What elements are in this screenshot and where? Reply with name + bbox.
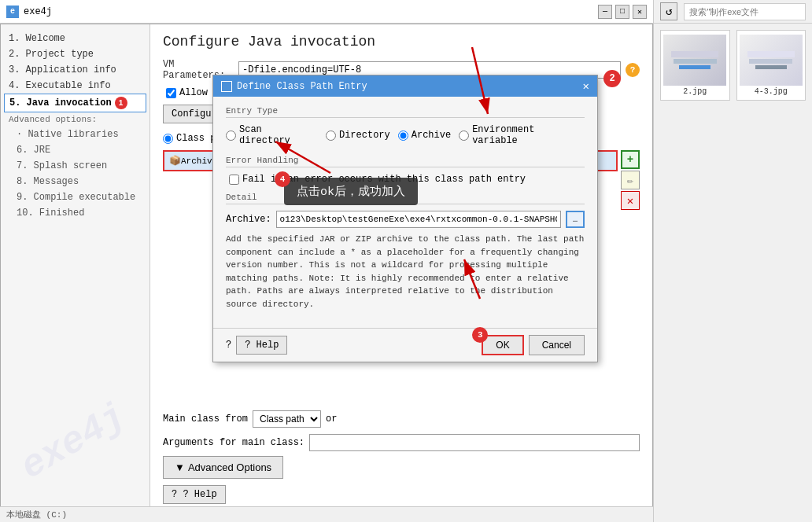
main-class-label: Main class from (163, 414, 248, 425)
refresh-btn[interactable]: ↺ (660, 2, 677, 20)
arguments-input[interactable] (309, 434, 640, 451)
remove-classpath-btn[interactable]: ✕ (621, 191, 640, 210)
window-controls[interactable]: — □ ✕ (598, 5, 647, 19)
minimize-btn[interactable]: — (598, 5, 612, 19)
error-checkbox[interactable] (229, 175, 239, 185)
classpath-actions: + ✏ ✕ (621, 150, 640, 210)
help-btn[interactable]: ? ? Help (163, 485, 226, 504)
maximize-btn[interactable]: □ (615, 5, 629, 19)
browse-btn[interactable]: … (566, 211, 585, 228)
directory-radio[interactable] (326, 130, 336, 141)
dialog-title-icon (221, 81, 232, 92)
detail-section: Detail Archive: … Add the specified JAR … (226, 193, 585, 311)
archive-field-label: Archive: (226, 214, 271, 225)
directory-option[interactable]: Directory (326, 130, 390, 141)
sidebar: 1. Welcome 2. Project type 3. Applicatio… (1, 24, 150, 510)
entry-type-radios: Scan directory Directory Archive Environ… (226, 124, 585, 146)
scan-directory-radio[interactable] (226, 130, 236, 141)
sidebar-item-splash-screen[interactable]: 7. Splash screen (4, 158, 146, 174)
thumbnail-2-label: 4-3.jpg (755, 87, 788, 96)
archive-row: Archive: … (226, 211, 585, 228)
page-title: Configure Java invocation (163, 34, 640, 50)
status-text: 本地磁盘 (C:) (6, 509, 67, 520)
vm-help-icon[interactable]: ? (626, 63, 640, 77)
classpath-radio[interactable] (163, 134, 173, 144)
sidebar-item-native-libraries[interactable]: · Native libraries (4, 127, 146, 142)
archive-help-text: Add the specified JAR or ZIP archive to … (226, 233, 585, 311)
add-classpath-btn[interactable]: + (621, 150, 640, 169)
dialog-body: Entry Type Scan directory Directory Arch… (213, 97, 597, 328)
archive-radio[interactable] (398, 130, 408, 141)
passthrough-checkbox[interactable] (166, 88, 176, 98)
main-class-source-select[interactable]: Class path (253, 410, 321, 428)
badge-2: 2 (603, 70, 621, 87)
env-variable-radio[interactable] (459, 130, 469, 141)
error-handling-label: Error Handling (226, 156, 585, 167)
dialog-action-buttons: 3 OK Cancel (482, 335, 585, 355)
advanced-section-label: Advanced options: (4, 112, 146, 127)
thumbnail-1-label: 2.jpg (683, 87, 707, 96)
help-icon: ? (172, 489, 177, 500)
archive-label: Archive (412, 130, 451, 141)
bottom-section: Main class from Class path or Arguments … (163, 410, 640, 479)
thumbnail-1[interactable]: 2.jpg (660, 30, 730, 101)
search-input[interactable] (684, 3, 806, 20)
arguments-row: Arguments for main class: (163, 434, 640, 451)
thumbnail-2[interactable]: 4-3.jpg (736, 30, 806, 101)
thumbnail-grid: 2.jpg 4-3.jpg (654, 24, 812, 107)
status-bar: 本地磁盘 (C:) (0, 506, 653, 522)
app-icon: e (6, 6, 19, 18)
scan-directory-label: Scan directory (239, 124, 318, 146)
close-btn[interactable]: ✕ (633, 5, 647, 19)
dialog-help-icon: ? (226, 340, 231, 351)
thumbnail-1-img (663, 35, 726, 86)
define-classpath-dialog: Define Class Path Entry ✕ Entry Type Sca… (212, 75, 598, 362)
sidebar-item-messages[interactable]: 8. Messages (4, 174, 146, 189)
tooltip-bubble: 4 点击ok后，成功加入 (284, 178, 418, 205)
dialog-help-btn[interactable]: ? Help (236, 336, 287, 355)
scan-directory-option[interactable]: Scan directory (226, 124, 318, 146)
right-panel: ↺ 2.jpg 4-3.jpg (653, 0, 812, 522)
dialog-footer: ? ? Help 3 OK Cancel (213, 328, 597, 362)
dialog-close-btn[interactable]: ✕ (583, 79, 589, 93)
badge-4: 4 (275, 171, 290, 187)
archive-option[interactable]: Archive (398, 130, 451, 141)
watermark: exe4j (13, 395, 133, 489)
sidebar-item-jre[interactable]: 6. JRE (4, 142, 146, 158)
thumbnail-2-img (740, 35, 803, 86)
ok-btn[interactable]: OK (482, 335, 523, 355)
right-toolbar: ↺ (654, 0, 812, 24)
edit-classpath-btn[interactable]: ✏ (621, 171, 640, 189)
title-bar: e exe4j — □ ✕ (0, 0, 653, 24)
arguments-label: Arguments for main class: (163, 437, 304, 448)
dialog-title-bar: Define Class Path Entry ✕ (213, 75, 597, 97)
or-label: or (326, 414, 337, 425)
sidebar-item-executable-info[interactable]: 4. Executable info (4, 78, 146, 94)
sidebar-item-welcome[interactable]: 1. Welcome (4, 31, 146, 46)
archive-input[interactable] (276, 211, 561, 228)
dialog-title: Define Class Path Entry (237, 81, 367, 92)
jar-icon: 📦 (169, 155, 181, 167)
env-variable-option[interactable]: Environment variable (459, 124, 585, 146)
entry-type-label: Entry Type (226, 106, 585, 118)
env-variable-label: Environment variable (472, 124, 585, 146)
bottom-bar: ? ? Help (163, 485, 226, 504)
advanced-options-btn[interactable]: ▼ Advanced Options (163, 456, 283, 479)
sidebar-item-application-info[interactable]: 3. Application info (4, 62, 146, 78)
sidebar-item-java-invocation[interactable]: 5. Java invocation 1 (4, 94, 146, 112)
main-class-row: Main class from Class path or (163, 410, 640, 428)
sidebar-item-finished[interactable]: 10. Finished (4, 205, 146, 221)
sidebar-item-compile[interactable]: 9. Compile executable (4, 189, 146, 205)
sidebar-item-project-type[interactable]: 2. Project type (4, 46, 146, 62)
directory-label: Directory (339, 130, 390, 141)
cancel-btn[interactable]: Cancel (529, 335, 585, 355)
triangle-icon: ▼ (175, 461, 185, 473)
window-title: exe4j (24, 6, 598, 17)
badge-1: 1 (115, 97, 127, 109)
